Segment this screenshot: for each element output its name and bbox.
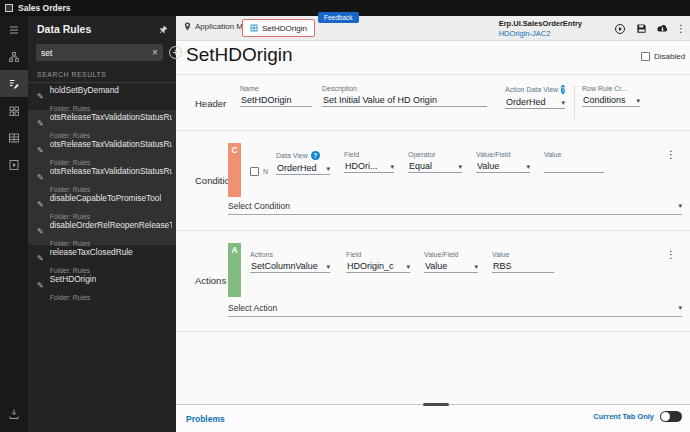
operator-label: Operator — [408, 151, 462, 158]
value-field-selector: Value/Field Value▾ — [476, 151, 530, 173]
tab-sethdorigin[interactable]: SetHDOrigin — [242, 19, 315, 37]
rule-folder: Folder: Rules — [50, 294, 90, 301]
app-name: Erp.UI.SalesOrderEntry — [499, 19, 582, 28]
field-label: Field — [344, 151, 394, 158]
name-label: Name — [240, 85, 312, 92]
pencil-icon: ✎ — [37, 173, 44, 182]
field-label: Field — [346, 251, 410, 258]
overflow-menu-icon[interactable]: ⋮ — [676, 23, 686, 34]
add-rule-icon[interactable]: + — [169, 46, 182, 59]
action-row-menu-icon[interactable]: ⋮ — [666, 249, 676, 260]
row-rule-select[interactable]: Conditions▾ — [582, 95, 640, 107]
app-identity: Erp.UI.SalesOrderEntry HDOrigin-JAC2 — [499, 19, 582, 38]
action-badge: A — [228, 243, 241, 297]
name-field: Name — [240, 85, 312, 107]
disabled-toggle-group: Disabled — [641, 52, 685, 61]
value-field-select[interactable]: Value▾ — [476, 161, 530, 173]
select-action-dropdown[interactable]: Select Action ▾ — [228, 299, 682, 317]
conditions-section: Conditions C N Data View? OrderHed▾ Fiel… — [176, 130, 690, 230]
window-title: Sales Orders — [18, 3, 70, 13]
pencil-icon: ✎ — [37, 92, 44, 101]
action-data-view-field: Action Data View? OrderHed▾ — [505, 85, 565, 109]
value-label: Value — [544, 151, 604, 158]
pin-icon[interactable] — [159, 25, 168, 34]
name-input[interactable] — [240, 95, 312, 107]
pencil-icon: ✎ — [37, 119, 44, 128]
field-select[interactable]: HDOri...▾ — [344, 161, 394, 173]
rule-tab-icon — [250, 24, 258, 32]
search-results-label: SEARCH RESULTS — [37, 71, 176, 78]
actions-section-label: Actions — [195, 275, 226, 286]
preview-play-icon[interactable] — [613, 21, 627, 37]
value-label: Value — [492, 251, 554, 258]
action-data-view-select[interactable]: OrderHed▾ — [505, 97, 565, 109]
caret-down-icon: ▾ — [678, 304, 682, 312]
map-pin-icon — [184, 22, 191, 31]
info-icon[interactable]: ? — [561, 85, 565, 94]
row-rule-field: Row Rule Cr... Conditions▾ — [582, 85, 640, 107]
grid-icon[interactable] — [0, 124, 28, 151]
action-value-field-select[interactable]: Value▾ — [424, 261, 478, 273]
rule-name: otsReleaseTaxValidationStatusRulel — [50, 166, 172, 176]
search-box: × — [36, 44, 163, 61]
widgets-icon[interactable] — [0, 97, 28, 124]
info-icon[interactable]: ? — [311, 151, 320, 160]
sidebar-title: Data Rules — [37, 23, 91, 35]
pencil-icon: ✎ — [37, 281, 44, 290]
action-value-field: Value — [492, 251, 554, 273]
feedback-button[interactable]: Feedback — [318, 12, 359, 23]
rule-name: holdSetByDemand — [50, 85, 119, 95]
problems-link[interactable]: Problems — [186, 414, 225, 424]
current-tab-only-toggle[interactable] — [660, 411, 682, 422]
disabled-label: Disabled — [654, 52, 685, 61]
action-value-input[interactable] — [492, 261, 554, 273]
current-tab-only-label: Current Tab Only — [593, 412, 654, 421]
pencil-icon: ✎ — [37, 227, 44, 236]
action-field-select[interactable]: HDOrigin_c▾ — [346, 261, 410, 273]
hierarchy-icon[interactable] — [0, 43, 28, 70]
description-input[interactable] — [322, 95, 487, 107]
menu-icon[interactable] — [0, 16, 28, 43]
environment-link[interactable]: HDOrigin-JAC2 — [499, 29, 582, 38]
problems-panel: Problems Current Tab Only — [176, 404, 690, 432]
rule-name: otsReleaseTaxValidationStatusRulel — [50, 112, 172, 122]
condition-row-menu-icon[interactable]: ⋮ — [666, 149, 676, 160]
rules-edit-icon[interactable] — [0, 70, 28, 97]
condition-value-input[interactable] — [544, 161, 604, 173]
save-icon[interactable] — [634, 21, 648, 37]
tab-label: SetHDOrigin — [262, 24, 307, 33]
panel-drag-handle[interactable] — [423, 403, 449, 406]
condition-badge: C — [228, 143, 241, 197]
footer-right-group: Current Tab Only — [593, 411, 682, 422]
caret-down-icon: ▾ — [636, 97, 640, 105]
play-doc-icon[interactable] — [0, 151, 28, 178]
negate-checkbox[interactable] — [250, 167, 259, 176]
row-rule-label: Row Rule Cr... — [582, 85, 640, 92]
operator-select[interactable]: Equal▾ — [408, 161, 462, 173]
left-icon-rail — [0, 16, 28, 432]
caret-down-icon: ▾ — [390, 163, 394, 171]
caret-down-icon: ▾ — [678, 202, 682, 210]
cloud-download-icon[interactable] — [655, 21, 669, 37]
condition-data-view-field: Data View? OrderHed▾ — [276, 151, 330, 175]
action-type-field: Actions SetColumnValue▾ — [250, 251, 330, 273]
rule-name: disableOrderRelReopenReleaseTool — [50, 220, 172, 230]
disabled-checkbox[interactable] — [641, 52, 650, 61]
description-field: Description — [322, 85, 487, 107]
data-view-label: Data View — [276, 152, 308, 159]
download-icon[interactable] — [0, 400, 28, 427]
data-rules-sidebar: Data Rules × + SEARCH RESULTS ✎ holdSetB… — [28, 16, 176, 432]
value-field-label: Value/Field — [424, 251, 478, 258]
select-condition-dropdown[interactable]: Select Condition ▾ — [228, 197, 682, 215]
action-type-select[interactable]: SetColumnValue▾ — [250, 261, 330, 273]
search-input[interactable] — [41, 48, 152, 58]
condition-field-field: Field HDOri...▾ — [344, 151, 394, 173]
clear-search-icon[interactable]: × — [152, 48, 158, 58]
header-section-label: Header — [195, 98, 226, 109]
field-divider — [574, 85, 575, 119]
page-title: SetHDOrigin — [186, 44, 293, 66]
search-results-list: ✎ holdSetByDemandFolder: Rules ✎ otsRele… — [28, 82, 176, 299]
designer-toolbar: Application Map SetHDOrigin Erp.UI.Sales… — [176, 16, 690, 41]
data-view-select[interactable]: OrderHed▾ — [276, 163, 330, 175]
caret-down-icon: ▾ — [526, 163, 530, 171]
